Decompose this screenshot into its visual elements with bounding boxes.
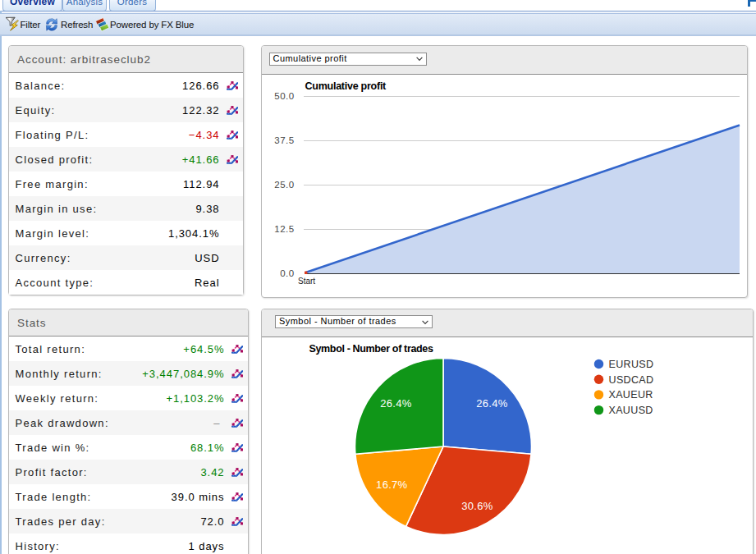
svg-text:XAUEUR: XAUEUR [609, 389, 653, 401]
svg-text:50.0: 50.0 [274, 91, 294, 101]
svg-text:26.4%: 26.4% [380, 397, 412, 410]
svg-text:XAUUSD: XAUUSD [609, 405, 653, 416]
svg-text:USDCAD: USDCAD [609, 374, 654, 386]
svg-text:12.5: 12.5 [274, 224, 294, 234]
svg-text:25.0: 25.0 [274, 180, 294, 190]
svg-text:0.0: 0.0 [280, 268, 294, 278]
svg-text:Symbol - Number of trades: Symbol - Number of trades [309, 343, 433, 355]
svg-text:16.7%: 16.7% [376, 478, 408, 491]
svg-text:30.6%: 30.6% [461, 500, 493, 512]
svg-text:Start: Start [298, 277, 315, 286]
svg-text:Cumulative profit: Cumulative profit [305, 80, 387, 92]
svg-text:EURUSD: EURUSD [609, 359, 654, 370]
svg-text:26.4%: 26.4% [476, 397, 508, 410]
svg-text:37.5: 37.5 [274, 135, 294, 145]
